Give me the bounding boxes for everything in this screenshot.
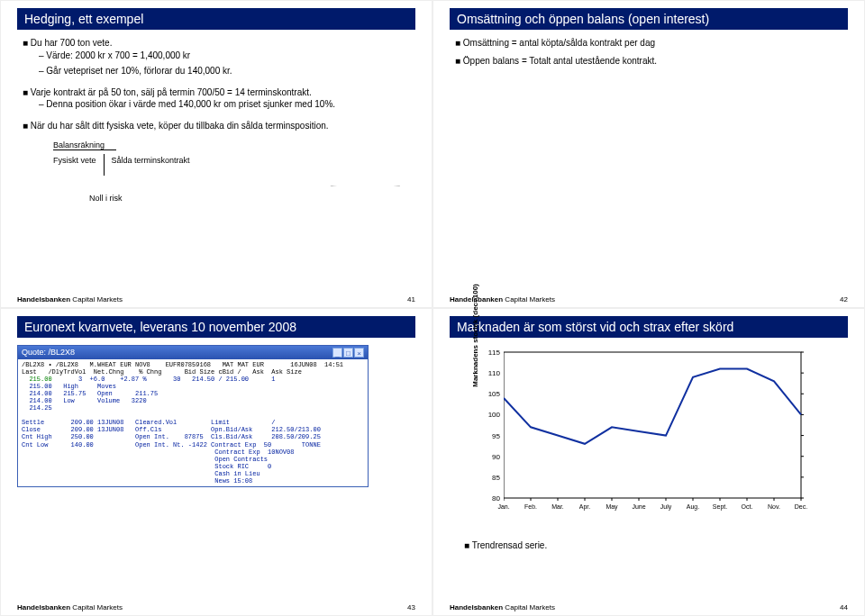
bullet-list: Omsättning = antal köpta/sålda kontrakt … xyxy=(455,37,848,67)
chart-ytick: 90 xyxy=(487,453,500,461)
slide-title: Marknaden är som störst vid och strax ef… xyxy=(450,316,848,338)
quote-last: 215.00 xyxy=(22,376,52,383)
quote-lower: Settle 209.00 13JUN08 Cleared.Vol Limit … xyxy=(22,419,321,484)
quote-window: Quote: /BL2X8 _□× /BL2X8 • /BL2X8 M.WHEA… xyxy=(17,345,369,487)
chart-svg xyxy=(504,349,810,502)
quote-body: /BL2X8 • /BL2X8 M.WHEAT EUR NOV8 EUFR078… xyxy=(18,359,368,486)
footer-sub: Capital Markets xyxy=(70,295,123,303)
slide-44: Marknaden är som störst vid och strax ef… xyxy=(432,308,865,616)
chart-xtick: Oct. xyxy=(742,503,753,510)
bullet-list: När du har sålt ditt fysiska vete, köper… xyxy=(23,120,415,132)
quote-header-1: /BL2X8 • /BL2X8 M.WHEAT EUR NOV8 EUFR078… xyxy=(22,361,343,368)
footer-brand: Handelsbanken xyxy=(450,603,503,611)
sub-bullet: Värde: 2000 kr x 700 = 1,400,000 kr xyxy=(39,50,415,62)
minimize-icon[interactable]: _ xyxy=(332,348,342,358)
chart-xtick: Dec. xyxy=(795,503,807,510)
zero-risk-label: Noll i risk xyxy=(89,194,415,203)
chart-xtick: May xyxy=(606,503,617,510)
bullet: Du har 700 ton vete. xyxy=(31,38,113,48)
footer-brand: Handelsbanken xyxy=(17,295,70,303)
footer-brand: Handelsbanken xyxy=(17,603,70,611)
chart-xtick: Jan. xyxy=(497,503,509,510)
close-icon[interactable]: × xyxy=(354,348,364,358)
chart-ytick: 85 xyxy=(487,474,500,482)
bullet-list: Du har 700 ton vete. Värde: 2000 kr x 70… xyxy=(23,37,415,77)
quote-mid: 215.00 High Moves 214.00 215.75 Open 211… xyxy=(22,383,158,412)
chart-xtick: July xyxy=(660,503,671,510)
chart-xtick: Feb. xyxy=(524,503,537,510)
chart-xtick: Nov. xyxy=(768,503,780,510)
page-number: 44 xyxy=(840,603,848,611)
page-number: 41 xyxy=(407,295,415,303)
slide-footer: Handelsbanken Capital Markets 44 xyxy=(450,603,848,611)
footer-sub: Capital Markets xyxy=(503,295,555,303)
bullet: Omsättning = antal köpta/sålda kontrakt … xyxy=(455,37,848,50)
slide-41: Hedging, ett exempel Du har 700 ton vete… xyxy=(0,0,432,308)
quote-titlebar: Quote: /BL2X8 _□× xyxy=(18,346,368,359)
bullet-list: Varje kontrakt är på 50 ton, sälj på ter… xyxy=(23,86,415,111)
chart-xtick: June xyxy=(632,503,645,510)
sub-bullet: Denna position ökar i värde med 140,000 … xyxy=(39,98,415,111)
slide-42: Omsättning och öppen balans (open intere… xyxy=(432,0,865,308)
balance-right: Sålda terminskontrakt xyxy=(105,154,197,176)
footer-sub: Capital Markets xyxy=(70,603,123,611)
chart-ytick: 95 xyxy=(487,432,500,440)
slide-title: Hedging, ett exempel xyxy=(17,8,415,30)
chart-ytick: 110 xyxy=(487,369,500,377)
chart-ytick: 115 xyxy=(487,349,500,357)
slide-footer: Handelsbanken Capital Markets 41 xyxy=(17,295,415,303)
balance-title: Balansräkning xyxy=(53,140,116,150)
quote-row1: 3 +6.0 +2.87 % 30 214.50 / 215.00 1 xyxy=(52,376,276,383)
chart-xtick: Sept. xyxy=(713,503,727,510)
chart-ytick: 80 xyxy=(487,494,500,503)
balance-left: Fysiskt vete xyxy=(53,154,105,176)
maximize-icon[interactable]: □ xyxy=(343,348,353,358)
slide-title: Euronext kvarnvete, leverans 10 november… xyxy=(17,316,415,338)
balance-sheet: Balansräkning Fysiskt vete Sålda termins… xyxy=(53,140,415,176)
slide-footer: Handelsbanken Capital Markets 43 xyxy=(17,603,415,611)
slide-footer: Handelsbanken Capital Markets 42 xyxy=(450,295,848,303)
chart-xtick: Aug. xyxy=(687,503,699,510)
footer-sub: Capital Markets xyxy=(503,603,555,611)
chart-ytick: 105 xyxy=(487,390,500,398)
page-number: 42 xyxy=(840,295,848,303)
chart-note: Trendrensad serie. xyxy=(459,539,848,552)
quote-title-text: Quote: /BL2X8 xyxy=(22,348,75,358)
chart-xtick: Apr. xyxy=(579,503,590,510)
chart-xtick: Mar. xyxy=(551,503,564,510)
quote-header-2: Last /DlyTrdVol Net.Chng % Chng Bid Size… xyxy=(22,368,302,376)
note-bullet: Trendrensad serie. xyxy=(464,539,848,552)
bullet: Öppen balans = Totalt antal utestående k… xyxy=(455,55,848,68)
page-number: 43 xyxy=(407,603,415,611)
line-chart: Marknadens storlek (dec=100) 80859095100… xyxy=(477,349,819,529)
slide-43: Euronext kvarnvete, leverans 10 november… xyxy=(0,308,432,616)
chart-ytick: 100 xyxy=(487,411,500,419)
slide-title: Omsättning och öppen balans (open intere… xyxy=(450,8,848,30)
chart-ylabel: Marknadens storlek (dec=100) xyxy=(471,284,479,387)
sub-bullet: Går vetepriset ner 10%, förlorar du 140,… xyxy=(39,65,415,77)
window-buttons[interactable]: _□× xyxy=(332,348,364,358)
bullet: Varje kontrakt är på 50 ton, sälj på ter… xyxy=(31,87,312,97)
bullet: När du har sålt ditt fysiska vete, köper… xyxy=(23,120,415,132)
